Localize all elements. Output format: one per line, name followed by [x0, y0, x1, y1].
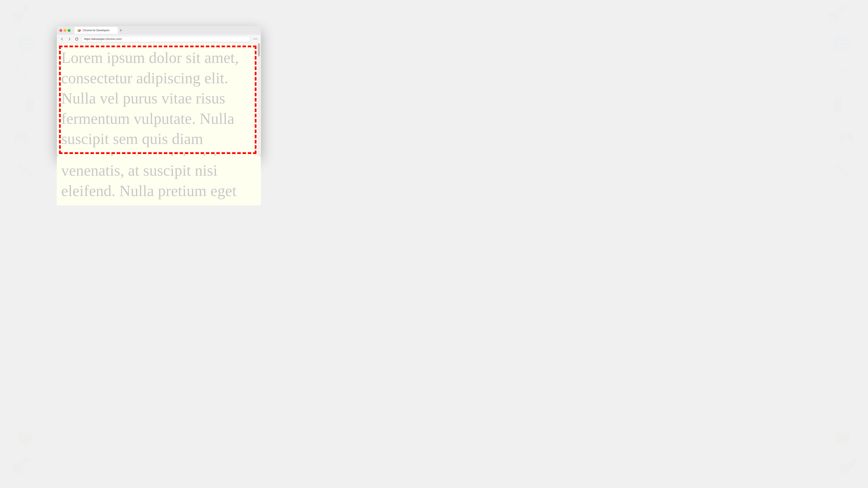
bg-icon: ✏️: [18, 163, 34, 178]
reload-icon: [75, 37, 79, 41]
bg-icon: 🚀: [838, 457, 857, 475]
bg-icon: 📄: [195, 4, 212, 20]
bg-icon: 🚀: [11, 457, 30, 475]
webpage-content: Lorem ipsum dolor sit amet, consectetur …: [57, 43, 261, 156]
traffic-lights: [59, 29, 70, 32]
bg-icon: ✏️: [834, 163, 850, 178]
back-button[interactable]: [59, 36, 65, 42]
bg-icon: 📄: [54, 4, 70, 20]
minimize-button[interactable]: [64, 29, 66, 32]
bg-icon: 🎮: [839, 130, 855, 145]
forward-button[interactable]: [66, 36, 72, 42]
webpage-below-content: venenatis, at suscipit nisi eleifend. Nu…: [57, 156, 261, 205]
svg-point-2: [79, 30, 80, 31]
lorem-below-text: venenatis, at suscipit nisi eleifend. Nu…: [61, 161, 256, 201]
title-bar: Chrome for Developers +: [57, 26, 261, 35]
more-options-button[interactable]: ⋮: [252, 36, 259, 42]
toolbar: ⋮: [57, 35, 261, 43]
bg-icon: 🔧: [13, 65, 29, 80]
bg-icon: 🌐: [18, 35, 36, 53]
tab-bar: Chrome for Developers +: [74, 27, 258, 34]
scrollbar[interactable]: [257, 43, 260, 156]
bg-icon: 📦: [834, 429, 850, 445]
bg-icon: 📄: [104, 4, 120, 20]
back-icon: [60, 37, 64, 41]
bg-icon: 📄: [152, 4, 168, 20]
forward-icon: [68, 37, 71, 41]
browser-window: Chrome for Developers + ⋮: [57, 26, 261, 156]
reload-button[interactable]: [74, 36, 80, 42]
scrollbar-thumb[interactable]: [258, 43, 260, 56]
bg-icon: 🔧: [839, 65, 855, 80]
chrome-favicon: [77, 28, 81, 32]
bg-icon: 🎮: [13, 130, 29, 145]
bg-icon: 🚀: [11, 4, 30, 22]
bg-icon: 🚀: [828, 4, 846, 22]
bg-icon: 🌐: [832, 35, 850, 53]
browser-tab[interactable]: Chrome for Developers: [74, 27, 118, 34]
bg-icon: 👤: [22, 98, 38, 113]
tab-title: Chrome for Developers: [83, 29, 110, 32]
address-bar[interactable]: [81, 36, 251, 42]
lorem-ipsum-text: Lorem ipsum dolor sit amet, consectetur …: [61, 48, 254, 156]
close-button[interactable]: [59, 29, 62, 32]
bg-icon: 👤: [830, 98, 846, 113]
maximize-button[interactable]: [68, 29, 70, 32]
new-tab-button[interactable]: +: [118, 27, 124, 33]
bg-icon: 📦: [18, 429, 34, 445]
